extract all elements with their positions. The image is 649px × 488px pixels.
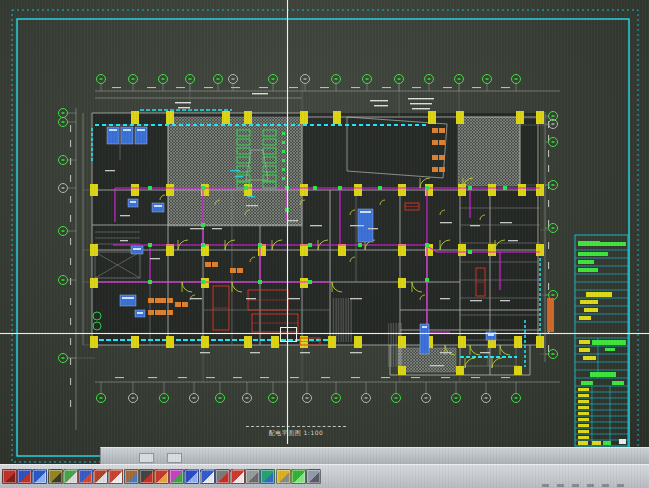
icon-pen-olive[interactable] — [48, 469, 63, 484]
floor-plan[interactable] — [92, 113, 540, 375]
icon-arrow-red[interactable] — [93, 469, 108, 484]
icon-wire-blue[interactable] — [17, 469, 32, 484]
icon-stack-red[interactable] — [154, 469, 169, 484]
command-chip — [139, 453, 154, 463]
statusbar-speck — [542, 484, 549, 487]
icon-sphere-green[interactable] — [291, 469, 306, 484]
icon-image-teal[interactable] — [260, 469, 275, 484]
icon-axis-blue[interactable] — [32, 469, 47, 484]
icon-fan-gray[interactable] — [245, 469, 260, 484]
icon-block-dark[interactable] — [139, 469, 154, 484]
statusbar-speck — [617, 484, 624, 487]
statusbar-speck — [557, 484, 564, 487]
crosshair-vertical-line[interactable] — [287, 0, 288, 444]
icon-arrow-blue[interactable] — [184, 469, 199, 484]
icon-percent-gray[interactable] — [215, 469, 230, 484]
statusbar-speck — [602, 484, 609, 487]
icon-table-blue[interactable] — [200, 469, 215, 484]
cursor-pickbox[interactable] — [280, 327, 297, 342]
icon-grid-red[interactable] — [108, 469, 123, 484]
icon-table-green[interactable] — [63, 469, 78, 484]
title-block[interactable] — [575, 235, 628, 446]
icon-red-tool[interactable] — [2, 469, 17, 484]
icon-edit-blue[interactable] — [78, 469, 93, 484]
icon-help-yellow[interactable] — [276, 469, 291, 484]
plugin-toolbar[interactable] — [0, 464, 649, 488]
monitor-photo: 配电平面图 1:100 — [0, 0, 649, 488]
crosshair-horizontal-line[interactable] — [0, 333, 649, 334]
icon-scatter-multi[interactable] — [169, 469, 184, 484]
drawing-title-label: 配电平面图 1:100 — [246, 426, 346, 438]
icon-clip-red[interactable] — [230, 469, 245, 484]
command-chip — [167, 453, 182, 463]
statusbar-speck — [572, 484, 579, 487]
icon-cube-gray[interactable] — [306, 469, 321, 484]
icon-image-brown[interactable] — [124, 469, 139, 484]
statusbar-speck — [587, 484, 594, 487]
command-bar[interactable] — [100, 447, 649, 465]
